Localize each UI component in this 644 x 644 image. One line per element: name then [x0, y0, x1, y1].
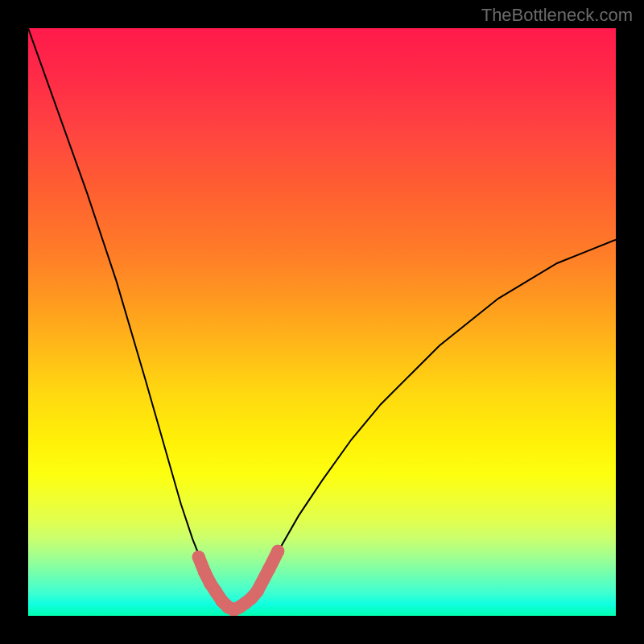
chart-svg: [28, 28, 616, 616]
watermark-text: TheBottleneck.com: [481, 5, 633, 26]
bottleneck-curve: [28, 28, 616, 610]
highlight-marker: [262, 563, 275, 576]
chart-plot-area: [28, 28, 616, 616]
highlight-markers: [192, 545, 285, 616]
highlight-marker: [271, 545, 284, 558]
highlight-marker: [198, 565, 211, 578]
highlight-marker: [251, 584, 264, 597]
highlight-marker: [192, 551, 205, 564]
